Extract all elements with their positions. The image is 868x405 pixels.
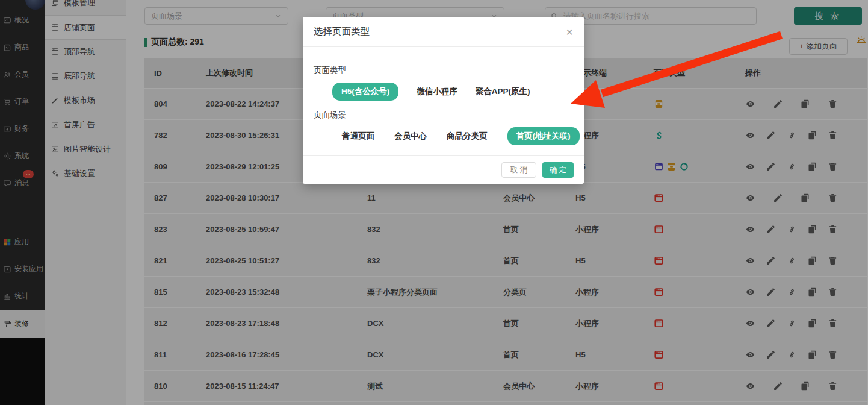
page-scene-label: 页面场景 <box>314 110 573 121</box>
page-type-label: 页面类型 <box>314 65 573 76</box>
cancel-button[interactable]: 取 消 <box>501 162 536 178</box>
confirm-button[interactable]: 确 定 <box>542 162 574 178</box>
modal-header: 选择页面类型 × <box>303 17 584 47</box>
option-category-page[interactable]: 商品分类页 <box>447 131 488 142</box>
option-h5[interactable]: H5(含公众号) <box>332 83 398 101</box>
option-wechat-miniprogram[interactable]: 微信小程序 <box>417 86 457 97</box>
modal-footer: 取 消 确 定 <box>303 155 584 184</box>
select-page-type-modal: 选择页面类型 × 页面类型 H5(含公众号) 微信小程序 聚合APP(原生) 页… <box>303 17 584 184</box>
option-home-page[interactable]: 首页(地址关联) <box>507 127 580 145</box>
option-normal-page[interactable]: 普通页面 <box>342 131 374 142</box>
page-type-options: H5(含公众号) 微信小程序 聚合APP(原生) <box>314 84 573 99</box>
app-window: 概况 商品 会员 订单 财务 系统 <box>0 0 868 405</box>
option-member-center[interactable]: 会员中心 <box>394 131 427 142</box>
modal-title: 选择页面类型 <box>314 25 370 38</box>
modal-body: 页面类型 H5(含公众号) 微信小程序 聚合APP(原生) 页面场景 普通页面 … <box>303 65 584 144</box>
option-native-app[interactable]: 聚合APP(原生) <box>476 86 530 97</box>
close-icon[interactable]: × <box>566 26 573 38</box>
page-scene-options: 普通页面 会员中心 商品分类页 首页(地址关联) <box>314 128 573 144</box>
